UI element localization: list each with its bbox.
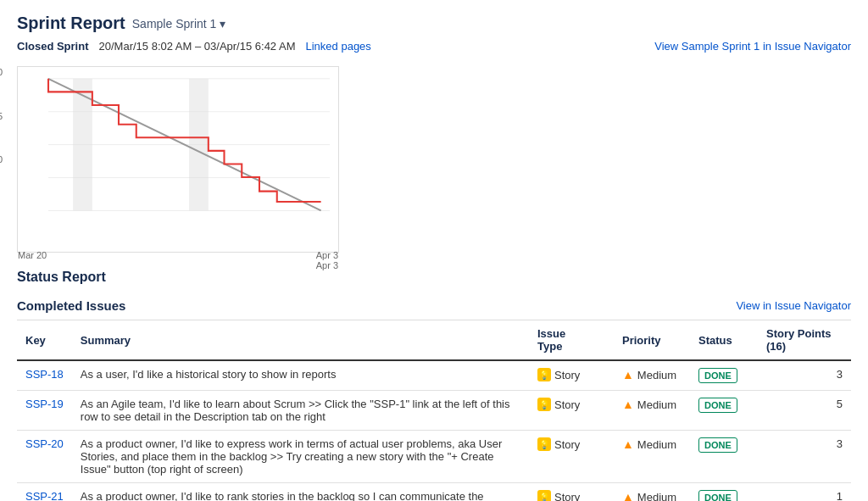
table-row: SSP-19As an Agile team, I'd like to lear… [17, 391, 851, 431]
issue-points-cell: 1 [758, 483, 851, 502]
issue-key-link[interactable]: SSP-18 [25, 368, 64, 381]
priority-label: Medium [637, 398, 676, 411]
page-title: Sprint Report [17, 14, 125, 33]
priority-label: Medium [637, 369, 676, 381]
issue-status-cell: DONE [690, 360, 758, 391]
issue-priority-cell: ▲Medium [614, 391, 690, 431]
y-label-0: 0 [0, 242, 3, 252]
issue-key-link[interactable]: SSP-19 [25, 398, 64, 410]
chevron-down-icon: ▾ [220, 17, 225, 31]
burndown-chart: 20 15 10 5 0 Mar 20 Apr 3 Apr 3 [17, 66, 339, 253]
sprint-selector[interactable]: Sample Sprint 1 ▾ [132, 17, 226, 31]
table-row: SSP-20As a product owner, I'd like to ex… [17, 431, 851, 483]
issue-summary-cell: As a product owner, I'd like to rank sto… [72, 483, 529, 502]
issue-type-cell: 💡Story [529, 431, 614, 483]
table-row: SSP-21As a product owner, I'd like to ra… [17, 483, 851, 502]
table-header-row: Key Summary IssueType Priority Status St… [17, 320, 851, 361]
x-axis-labels: Mar 20 Apr 3 Apr 3 [18, 250, 338, 270]
date-range: 20/Mar/15 8:02 AM – 03/Apr/15 6:42 AM [99, 40, 296, 53]
issue-key-link[interactable]: SSP-20 [25, 437, 64, 450]
issue-key-link[interactable]: SSP-21 [25, 490, 64, 501]
table-row: SSP-18As a user, I'd like a historical s… [17, 360, 851, 391]
view-in-navigator-link[interactable]: View in Issue Navigator [736, 299, 851, 312]
burndown-svg [48, 75, 330, 231]
issue-key-cell: SSP-18 [17, 360, 72, 391]
issue-points-cell: 5 [758, 391, 851, 431]
y-label-5: 5 [0, 198, 3, 209]
status-badge: DONE [698, 398, 737, 413]
completed-issues-title: Completed Issues [17, 298, 125, 313]
y-label-10: 10 [0, 154, 3, 164]
issue-priority-cell: ▲Medium [614, 483, 690, 502]
meta-row: Closed Sprint 20/Mar/15 8:02 AM – 03/Apr… [17, 40, 851, 53]
issue-type-label: Story [554, 491, 580, 502]
x-label-right-bottom: Apr 3 [316, 260, 338, 270]
issue-type-label: Story [554, 369, 580, 381]
x-label-right: Apr 3 Apr 3 [316, 250, 338, 270]
page-header: Sprint Report Sample Sprint 1 ▾ [17, 14, 851, 33]
issue-status-cell: DONE [690, 483, 758, 502]
status-report-section: Status Report Completed Issues View in I… [17, 270, 851, 501]
x-label-left: Mar 20 [18, 250, 47, 270]
meta-left: Closed Sprint 20/Mar/15 8:02 AM – 03/Apr… [17, 40, 371, 53]
issue-summary-cell: As a user, I'd like a historical story t… [72, 360, 529, 391]
col-header-priority: Priority [614, 320, 690, 361]
page-container: Sprint Report Sample Sprint 1 ▾ Closed S… [0, 0, 868, 501]
sprint-selector-label: Sample Sprint 1 [132, 17, 217, 31]
priority-label: Medium [637, 491, 676, 502]
issue-summary-cell: As a product owner, I'd like to express … [72, 431, 529, 483]
issue-type-cell: 💡Story [529, 360, 614, 391]
issue-type-label: Story [554, 438, 580, 451]
linked-pages-link[interactable]: Linked pages [306, 40, 371, 53]
issue-summary-cell: As an Agile team, I'd like to learn abou… [72, 391, 529, 431]
col-header-points: Story Points (16) [758, 320, 851, 361]
priority-icon: ▲ [622, 437, 634, 451]
issue-type-label: Story [554, 398, 580, 411]
priority-label: Medium [637, 438, 676, 451]
view-navigator-link[interactable]: View Sample Sprint 1 in Issue Navigator [654, 40, 851, 53]
story-icon: 💡 [537, 490, 551, 501]
story-icon: 💡 [537, 368, 551, 381]
issues-table-body: SSP-18As a user, I'd like a historical s… [17, 360, 851, 501]
priority-icon: ▲ [622, 490, 634, 501]
col-header-type: IssueType [529, 320, 614, 361]
story-icon: 💡 [537, 398, 551, 411]
y-axis-labels: 20 15 10 5 0 [0, 67, 3, 252]
y-label-20: 20 [0, 67, 3, 77]
status-badge: DONE [698, 490, 737, 501]
issue-key-cell: SSP-20 [17, 431, 72, 483]
x-label-right-top: Apr 3 [316, 250, 338, 260]
col-header-status: Status [690, 320, 758, 361]
issue-type-cell: 💡Story [529, 391, 614, 431]
status-badge: DONE [698, 368, 737, 383]
issue-status-cell: DONE [690, 431, 758, 483]
story-icon: 💡 [537, 437, 551, 451]
closed-sprint-label: Closed Sprint [17, 40, 89, 53]
issue-status-cell: DONE [690, 391, 758, 431]
priority-icon: ▲ [622, 368, 634, 381]
issue-priority-cell: ▲Medium [614, 431, 690, 483]
y-label-15: 15 [0, 111, 3, 121]
status-report-title: Status Report [17, 270, 851, 285]
status-badge: DONE [698, 437, 737, 453]
issue-priority-cell: ▲Medium [614, 360, 690, 391]
issue-key-cell: SSP-21 [17, 483, 72, 502]
issue-key-cell: SSP-19 [17, 391, 72, 431]
issue-type-cell: 💡Story [529, 483, 614, 502]
col-header-summary: Summary [72, 320, 529, 361]
priority-icon: ▲ [622, 398, 634, 411]
issues-table: Key Summary IssueType Priority Status St… [17, 320, 851, 501]
issue-points-cell: 3 [758, 431, 851, 483]
issue-points-cell: 3 [758, 360, 851, 391]
completed-issues-header: Completed Issues View in Issue Navigator [17, 298, 851, 313]
col-header-key: Key [17, 320, 72, 361]
